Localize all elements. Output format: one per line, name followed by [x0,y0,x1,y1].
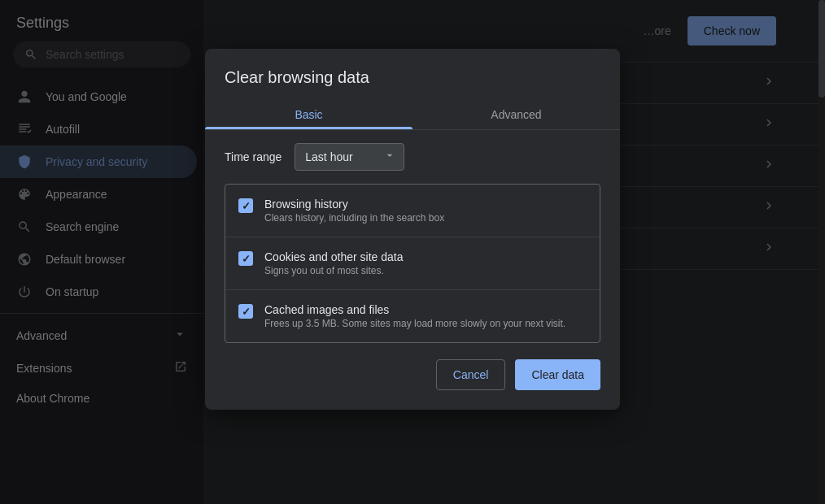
check-icon: ✓ [242,306,251,318]
dialog-actions: Cancel Clear data [205,343,620,393]
checkbox-cached-images[interactable]: ✓ Cached images and files Frees up 3.5 M… [225,290,600,342]
checkbox-browsing-history-box[interactable]: ✓ [238,198,253,213]
checkbox-browsing-history-text: Browsing history Clears history, includi… [264,198,444,224]
time-range-label: Time range [225,150,282,163]
checkbox-browsing-history[interactable]: ✓ Browsing history Clears history, inclu… [225,185,600,237]
dialog-tabs: Basic Advanced [205,100,620,130]
clear-data-button[interactable]: Clear data [515,359,600,390]
checkbox-list: ✓ Browsing history Clears history, inclu… [225,184,600,343]
checkbox-cookies-label: Cookies and other site data [264,250,403,263]
checkbox-cached-images-box[interactable]: ✓ [238,304,253,319]
checkbox-cookies-desc: Signs you out of most sites. [264,265,403,276]
checkbox-cookies-box[interactable]: ✓ [238,251,253,266]
time-range-select[interactable]: Last hour Last 24 hours Last 7 days Last… [295,143,404,171]
checkbox-cached-images-desc: Frees up 3.5 MB. Some sites may load mor… [264,318,565,329]
dialog-title: Clear browsing data [205,49,620,100]
check-icon: ✓ [242,200,251,212]
tab-advanced[interactable]: Advanced [412,100,620,129]
checkbox-cached-images-label: Cached images and files [264,303,565,316]
checkbox-browsing-history-label: Browsing history [264,198,444,211]
time-range-select-wrapper[interactable]: Last hour Last 24 hours Last 7 days Last… [295,143,404,171]
tab-basic[interactable]: Basic [205,100,412,129]
checkbox-cookies-text: Cookies and other site data Signs you ou… [264,250,403,276]
checkbox-browsing-history-desc: Clears history, including in the search … [264,212,444,224]
cancel-button[interactable]: Cancel [436,359,506,390]
checkbox-cached-images-text: Cached images and files Frees up 3.5 MB.… [264,303,565,329]
check-icon: ✓ [242,253,251,265]
time-range-row: Time range Last hour Last 24 hours Last … [205,130,620,184]
clear-browsing-data-dialog: Clear browsing data Basic Advanced Time … [205,49,620,410]
checkbox-cookies[interactable]: ✓ Cookies and other site data Signs you … [225,237,600,290]
